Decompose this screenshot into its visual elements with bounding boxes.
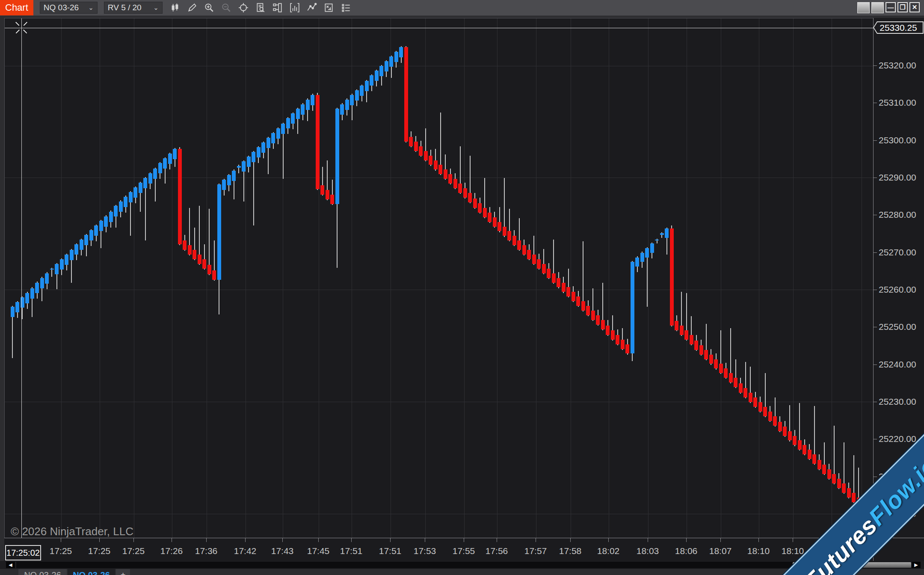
time-axis-label: 18:02 (597, 546, 620, 556)
price-tick (874, 215, 877, 215)
tab-nq-03-26[interactable]: NQ 03-26 (18, 569, 67, 575)
candle-body (173, 149, 177, 159)
candle-body (355, 90, 359, 101)
candle-body (808, 450, 811, 459)
candle-body (80, 240, 83, 250)
candle-body (847, 488, 851, 498)
cursor-mark (24, 30, 27, 33)
time-tick (318, 538, 319, 542)
chart-style-icon[interactable] (169, 1, 181, 14)
candle-body (566, 287, 570, 296)
time-tick (570, 538, 571, 542)
line-tool-icon[interactable] (305, 1, 318, 14)
candle-body (109, 212, 113, 222)
add-tab-button[interactable]: + (116, 569, 130, 575)
candle-body (326, 190, 329, 199)
time-tick (206, 538, 207, 542)
time-axis-label: 17:25 (122, 546, 145, 556)
candle-body (512, 236, 516, 245)
candle-body (104, 216, 108, 227)
price-tick (874, 439, 877, 439)
candle-body (621, 340, 625, 349)
candle-body (704, 350, 708, 359)
candle-body (596, 315, 600, 325)
candle-body (852, 493, 856, 502)
zoom-in-icon[interactable] (203, 1, 216, 14)
candle-body (70, 250, 74, 260)
candle-body (503, 227, 506, 236)
candle-body (158, 163, 162, 173)
candle-body (247, 157, 251, 167)
time-tick (425, 538, 425, 542)
candle-body (414, 142, 418, 151)
candle-body (517, 240, 521, 250)
candle-body (409, 137, 413, 146)
candle-body (719, 364, 723, 373)
candle-body (572, 292, 575, 301)
candle-body (680, 326, 684, 335)
time-tick (351, 538, 352, 542)
crosshair-time-marker: 17:25:02 (5, 545, 41, 560)
candle-body (527, 250, 531, 259)
close-button[interactable]: ✕ (909, 2, 920, 12)
tab-nq-03-26-active[interactable]: NQ 03-26 (68, 569, 115, 575)
time-axis-label: 18:07 (709, 546, 732, 556)
crosshair-icon[interactable] (237, 1, 250, 14)
candle-body (306, 100, 310, 110)
candle-body (389, 56, 393, 67)
properties-icon[interactable] (340, 1, 352, 14)
candle-body (773, 416, 777, 426)
time-axis-label: 17:57 (524, 546, 547, 556)
chart-menu-button[interactable]: Chart (0, 0, 33, 15)
candle-body (424, 151, 428, 160)
minimize-button[interactable]: — (886, 2, 896, 12)
candle-body (74, 244, 78, 255)
scroll-left-button[interactable]: ◀ (6, 562, 15, 568)
candle-body (611, 330, 615, 340)
instrument-link-button[interactable] (857, 2, 870, 13)
time-axis-label: 17:51 (379, 546, 402, 556)
candle-body (438, 165, 442, 174)
candle-body (94, 225, 98, 236)
price-tick (874, 327, 877, 327)
candle-body (498, 222, 501, 231)
candle-body (832, 474, 836, 483)
time-axis-label: 17:55 (453, 546, 475, 556)
candle-body (488, 213, 492, 222)
candle-body (394, 52, 398, 62)
strategies-icon[interactable] (323, 1, 335, 14)
scroll-right-button[interactable]: ▶ (912, 562, 921, 568)
restore-button[interactable]: ❐ (897, 2, 908, 12)
draw-icon[interactable] (186, 1, 198, 14)
chart-plot-area[interactable]: © 2026 NinjaTrader, LLC (4, 18, 874, 538)
candle-body (714, 359, 718, 369)
candle-body (768, 412, 772, 421)
candle-body (316, 95, 320, 190)
instrument-dropdown[interactable]: NQ 03-26 ⌄ (40, 2, 98, 14)
price-tick (874, 402, 877, 402)
data-box-icon[interactable] (254, 1, 267, 14)
panel-icon[interactable] (271, 1, 284, 14)
candle-body (335, 109, 339, 204)
candle-body (257, 147, 261, 157)
candle-body (15, 302, 19, 312)
candle-body (434, 160, 438, 170)
time-axis-label: 18:10 (782, 546, 804, 556)
candle-body (522, 245, 526, 255)
candle-body (758, 402, 762, 412)
time-axis[interactable]: 17:2517:2517:2517:2617:3617:4217:4317:45… (4, 538, 873, 561)
crosshair-price-value: 25330.25 (880, 23, 917, 33)
candle-body (385, 61, 388, 71)
chart-canvas[interactable] (5, 18, 873, 538)
interval-dropdown[interactable]: RV 5 / 20 ⌄ (104, 2, 163, 14)
candle-body (557, 278, 560, 288)
candle-body (133, 187, 137, 198)
interval-link-button[interactable] (871, 2, 884, 13)
time-tick (282, 538, 283, 542)
indicators-icon[interactable] (288, 1, 301, 14)
time-tick (133, 538, 134, 542)
price-tick (874, 477, 877, 477)
scrollbar-track[interactable] (16, 562, 910, 568)
candle-body (35, 283, 39, 293)
time-tick (720, 538, 721, 542)
